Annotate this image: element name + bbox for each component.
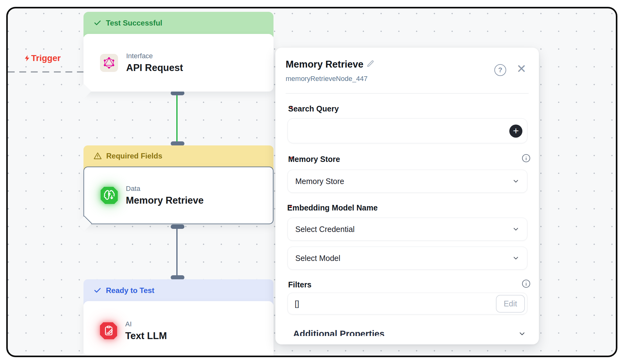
chevron-down-icon — [512, 254, 520, 262]
node-title: Memory Retrieve — [126, 195, 204, 206]
header-divider — [286, 93, 529, 94]
brain-retrieve-icon — [101, 187, 118, 204]
panel-title: Memory Retrieve — [286, 59, 364, 70]
node-title: Text LLM — [125, 330, 167, 342]
memory-store-select[interactable]: Memory Store — [288, 170, 527, 193]
node-card-text-llm[interactable]: AI Text LLM — [83, 301, 273, 357]
selected-value: Select Model — [295, 254, 340, 263]
graphql-icon — [100, 54, 118, 72]
memory-store-label: Memory Store* — [288, 155, 293, 164]
info-icon[interactable] — [521, 153, 531, 163]
node-category: Interface — [126, 52, 183, 60]
connector-line — [176, 226, 178, 277]
trigger-label: Trigger — [23, 53, 61, 63]
plus-icon: + — [513, 126, 519, 137]
node-card-api-request[interactable]: Interface API Request — [83, 34, 273, 92]
edit-filters-button[interactable]: Edit — [496, 295, 525, 313]
corner-cut — [77, 216, 92, 231]
embedding-model-label: Embedding Model Name* — [287, 203, 292, 212]
check-icon — [93, 19, 102, 27]
status-text: Ready to Test — [106, 286, 155, 295]
node-input-handle[interactable] — [171, 141, 184, 146]
additional-properties-section: Additional Properties — [275, 329, 539, 336]
question-mark-icon: ? — [498, 66, 502, 74]
selected-value: Select Credential — [295, 225, 354, 234]
workflow-builder-screen: Trigger Test Successful — [0, 0, 623, 364]
info-icon[interactable] — [521, 279, 531, 289]
model-select[interactable]: Select Model — [288, 247, 527, 270]
node-output-handle[interactable] — [171, 225, 184, 229]
node-category: Data — [126, 185, 204, 193]
additional-properties-label: Additional Properties — [293, 329, 384, 336]
search-query-label: Search Query* — [288, 104, 293, 113]
help-button[interactable]: ? — [494, 64, 506, 76]
node-card-memory-retrieve[interactable]: Data Memory Retrieve — [83, 167, 273, 224]
chevron-down-icon — [518, 330, 526, 336]
node-output-handle[interactable] — [171, 91, 184, 95]
filters-label: Filters — [288, 280, 312, 289]
add-variable-button[interactable]: + — [509, 125, 522, 138]
selected-value: Memory Store — [295, 177, 344, 186]
node-title: API Request — [126, 62, 183, 73]
corner-cut — [76, 84, 91, 99]
credential-select[interactable]: Select Credential — [288, 218, 527, 241]
warning-triangle-icon — [93, 152, 102, 160]
trigger-text: Trigger — [31, 53, 61, 63]
trigger-dashed-connector — [8, 71, 83, 73]
clipboard-pencil-icon — [100, 322, 117, 339]
check-icon — [93, 286, 102, 294]
close-panel-button[interactable]: ✕ — [516, 62, 526, 76]
node-category: AI — [125, 320, 167, 328]
corner-cut — [76, 352, 91, 357]
lightning-bolt-icon — [23, 54, 31, 63]
filters-value: [] — [295, 299, 299, 309]
node-input-handle[interactable] — [171, 275, 184, 280]
edit-title-pencil-icon[interactable] — [366, 59, 375, 68]
workflow-canvas[interactable]: Trigger Test Successful — [6, 7, 617, 357]
additional-properties-toggle[interactable]: Additional Properties — [293, 329, 526, 336]
search-query-input[interactable]: + — [288, 118, 527, 143]
status-text: Test Successful — [106, 19, 162, 27]
node-id: memoryRetrieveNode_447 — [286, 75, 368, 83]
chevron-down-icon — [512, 177, 520, 185]
status-text: Required Fields — [106, 152, 162, 160]
node-config-panel: Memory Retrieve memoryRetrieveNode_447 ?… — [275, 48, 539, 344]
connector-line-success — [176, 93, 178, 143]
chevron-down-icon — [512, 225, 520, 233]
filters-value-box[interactable]: [] Edit — [288, 293, 527, 314]
